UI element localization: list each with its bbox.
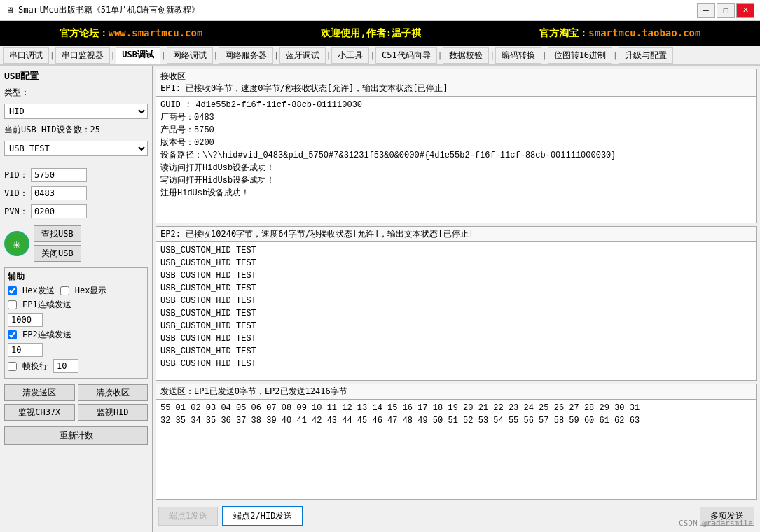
titlebar: 🖥 SmartMcu出版书籍《51单片机C语言创新教程》 ─ □ ✕	[0, 0, 760, 21]
taobao-info: 官方淘宝：smartmcu.taobao.com	[539, 27, 700, 40]
main-layout: USB配置 类型： HID 当前USB HID设备数：25 USB_TEST P…	[0, 66, 760, 532]
ep2-continuous-checkbox[interactable]	[8, 330, 17, 340]
type-select[interactable]: HID	[4, 104, 148, 119]
pvn-input[interactable]	[31, 204, 87, 218]
left-panel: USB配置 类型： HID 当前USB HID设备数：25 USB_TEST P…	[0, 66, 153, 532]
type-select-row: HID	[4, 104, 148, 119]
type-label: 类型：	[4, 87, 32, 99]
ep2-continuous-row: EP2连续发送	[8, 329, 144, 341]
welcome-text: 欢迎使用,作者:温子祺	[321, 27, 421, 40]
ep1-continuous-row: EP1连续发送	[8, 299, 144, 311]
pid-label: PID：	[4, 169, 31, 181]
tab-network-server[interactable]: 网络服务器	[219, 47, 273, 64]
frame-row: 帧换行	[8, 359, 144, 373]
minimize-button[interactable]: ─	[697, 4, 715, 18]
titlebar-controls: ─ □ ✕	[697, 4, 754, 18]
right-panel: 接收区 EP1: 已接收0字节，速度0字节/秒接收状态[允许]，输出文本状态[已…	[153, 66, 760, 532]
hex-send-label: Hex发送	[22, 285, 55, 297]
tab-bitmap[interactable]: 位图转16进制	[548, 47, 612, 64]
tab-tools[interactable]: 小工具	[331, 47, 369, 64]
ep1-continuous-label: EP1连续发送	[22, 299, 71, 311]
maximize-button[interactable]: □	[717, 4, 735, 18]
reset-count-button[interactable]: 重新计数	[4, 426, 148, 445]
vid-row: VID：	[4, 186, 148, 200]
tab-c51-guide[interactable]: C51代码向导	[375, 47, 437, 64]
ep2-status: EP2: 已接收10240字节，速度64字节/秒接收状态[允许]，输出文本状态[…	[156, 227, 756, 242]
pvn-label: PVN：	[4, 206, 31, 218]
close-button[interactable]: ✕	[736, 4, 754, 18]
tab-upgrade[interactable]: 升级与配置	[619, 47, 673, 64]
recv-area-label: 接收区	[160, 71, 186, 81]
send-bar: 端点1发送 端点2/HID发送 多项发送	[156, 503, 757, 529]
send-title: 发送区：EP1已发送0字节，EP2已发送12416字节	[156, 384, 756, 400]
tab-usb-debug[interactable]: USB调试	[116, 47, 160, 64]
find-usb-button[interactable]: 查找USB	[34, 225, 81, 242]
tab-bluetooth[interactable]: 蓝牙调试	[279, 47, 326, 64]
tab-data-check[interactable]: 数据校验	[443, 47, 489, 64]
hex-send-checkbox[interactable]	[8, 286, 17, 295]
tab-serial-debug[interactable]: 串口调试	[3, 47, 49, 64]
tab-encoding[interactable]: 编码转换	[495, 47, 541, 64]
taobao-url: smartmcu.taobao.com	[588, 27, 700, 38]
send-section: 发送区：EP1已发送0字节，EP2已发送12416字节 55 01 02 03 …	[156, 384, 757, 500]
close-usb-button[interactable]: 关闭USB	[34, 245, 81, 262]
status-icon: ✳	[4, 231, 29, 256]
tab-network-debug[interactable]: 网络调试	[167, 47, 213, 64]
pvn-row: PVN：	[4, 204, 148, 218]
frame-switch-label: 帧换行	[22, 360, 48, 372]
forum-url: www.smartmcu.com	[109, 27, 203, 38]
monitor-ch37x-button[interactable]: 监视CH37X	[4, 404, 75, 421]
pid-input[interactable]	[31, 168, 87, 182]
pid-row: PID：	[4, 168, 148, 182]
ep1-section: 接收区 EP1: 已接收0字节，速度0字节/秒接收状态[允许]，输出文本状态[已…	[156, 69, 757, 223]
forum-info: 官方论坛：www.smartmcu.com	[60, 27, 203, 40]
ep2-interval-input[interactable]	[8, 343, 43, 357]
watermark: CSDN @radarsmile	[679, 519, 753, 528]
aux-title: 辅助	[8, 271, 144, 283]
banner: 官方论坛：www.smartmcu.com 欢迎使用,作者:温子祺 官方淘宝：s…	[0, 21, 760, 46]
app-icon: 🖥	[6, 6, 14, 15]
tab-serial-monitor[interactable]: 串口监视器	[55, 47, 110, 64]
aux-section: 辅助 Hex发送 Hex显示 EP1连续发送 EP2连续发送	[4, 267, 148, 379]
titlebar-left: 🖥 SmartMcu出版书籍《51单片机C语言创新教程》	[6, 4, 200, 16]
ep2-continuous-label: EP2连续发送	[22, 329, 71, 341]
ep2-content: USB_CUSTOM_HID TEST USB_CUSTOM_HID TEST …	[156, 242, 756, 380]
device-select[interactable]: USB_TEST	[4, 141, 148, 156]
usb-config-title: USB配置	[4, 70, 148, 83]
ep1-status: EP1: 已接收0字节，速度0字节/秒接收状态[允许]，输出文本状态[已停止]	[160, 83, 448, 93]
hex-row: Hex发送 Hex显示	[8, 285, 144, 297]
monitor-hid-button[interactable]: 监视HID	[78, 404, 148, 421]
hex-display-label: Hex显示	[75, 285, 107, 297]
frame-value-input[interactable]	[53, 359, 78, 373]
clear-recv-button[interactable]: 清接收区	[78, 384, 148, 401]
vid-input[interactable]	[31, 186, 87, 200]
ep2-send-button[interactable]: 端点2/HID发送	[222, 506, 303, 526]
ep1-interval-input[interactable]	[8, 313, 43, 327]
device-count: 当前USB HID设备数：25	[4, 124, 148, 136]
ep1-send-button[interactable]: 端点1发送	[158, 507, 218, 526]
frame-switch-checkbox[interactable]	[8, 362, 17, 371]
clear-send-button[interactable]: 清发送区	[4, 384, 75, 401]
hex-display-checkbox[interactable]	[60, 286, 69, 295]
usb-btn-row: ✳ 查找USB 关闭USB	[4, 225, 148, 262]
device-select-row: USB_TEST	[4, 141, 148, 156]
ep1-content: GUID : 4d1e55b2-f16f-11cf-88cb-011110030…	[156, 97, 756, 223]
vid-label: VID：	[4, 188, 31, 200]
tabbar: 串口调试 | 串口监视器 | USB调试 | 网络调试 | 网络服务器 | 蓝牙…	[0, 46, 760, 66]
app-title: SmartMcu出版书籍《51单片机C语言创新教程》	[18, 4, 200, 16]
taobao-label: 官方淘宝：	[539, 27, 588, 38]
forum-label: 官方论坛：	[60, 27, 109, 38]
type-row: 类型：	[4, 87, 148, 99]
ep2-section: EP2: 已接收10240字节，速度64字节/秒接收状态[允许]，输出文本状态[…	[156, 226, 757, 381]
send-content: 55 01 02 03 04 05 06 07 08 09 10 11 12 1…	[156, 400, 756, 499]
ep1-title: 接收区 EP1: 已接收0字节，速度0字节/秒接收状态[允许]，输出文本状态[已…	[156, 69, 756, 97]
bottom-btns: 清发送区 清接收区 监视CH37X 监视HID	[4, 384, 148, 421]
ep1-continuous-checkbox[interactable]	[8, 300, 17, 309]
